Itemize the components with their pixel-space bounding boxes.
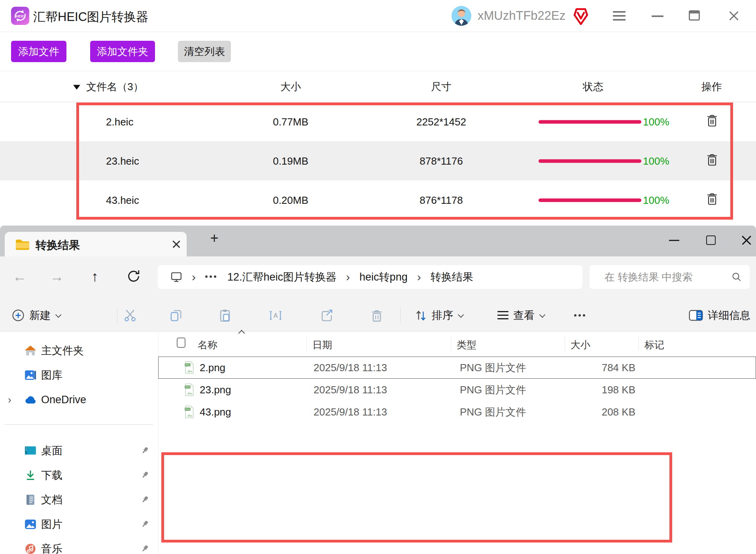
address-bar[interactable]: › 12.汇帮heic图片转换器 › heic转png › 转换结果	[158, 265, 582, 289]
file-date: 2025/9/18 11:13	[314, 362, 387, 374]
explorer-maximize-button[interactable]	[706, 235, 716, 245]
file-name: 2.png	[200, 362, 225, 374]
explorer-minimize-button[interactable]	[669, 240, 679, 241]
expand-chevron-icon[interactable]: ›	[8, 394, 11, 406]
pin-icon[interactable]	[140, 446, 149, 455]
gallery-icon	[25, 369, 36, 381]
sort-button[interactable]: 排序	[414, 299, 462, 332]
add-file-button[interactable]: 添加文件	[11, 41, 66, 62]
file-size: 208 KB	[568, 406, 635, 418]
download-icon	[25, 469, 36, 481]
sidebar-item-documents[interactable]: 文档	[0, 489, 157, 511]
explorer-close-button[interactable]	[741, 235, 752, 246]
search-input[interactable]	[605, 265, 723, 289]
rename-icon[interactable]: A	[269, 309, 282, 322]
forward-button[interactable]: →	[47, 266, 66, 287]
user-avatar[interactable]	[452, 6, 471, 26]
explorer-content: 主文件夹 图库 › OneDrive	[0, 332, 756, 554]
svg-text:PNG: PNG	[185, 364, 190, 366]
share-icon[interactable]	[320, 309, 334, 322]
column-size[interactable]: 大小	[571, 338, 590, 351]
pictures-icon	[25, 518, 36, 530]
delete-file-button[interactable]	[700, 192, 724, 208]
sidebar-item-desktop[interactable]: 桌面	[0, 440, 157, 462]
refresh-icon	[127, 269, 140, 283]
file-date: 2025/9/18 11:13	[314, 406, 387, 418]
file-dimensions: 878*1176	[382, 155, 501, 167]
vip-badge-icon[interactable]	[573, 7, 589, 25]
add-folder-button[interactable]: 添加文件夹	[90, 41, 155, 62]
menu-button[interactable]	[613, 11, 626, 21]
this-pc-icon[interactable]	[170, 271, 182, 283]
new-tab-button[interactable]: +	[207, 231, 221, 245]
file-name: 23.heic	[106, 155, 139, 167]
breadcrumb-ellipsis-icon[interactable]	[205, 275, 219, 279]
table-row[interactable]: 23.heic 0.19MB 878*1176 100%	[0, 141, 756, 180]
column-size: 大小	[231, 80, 350, 93]
file-type: PNG 图片文件	[460, 361, 526, 375]
converter-titlebar: HEIC 汇帮HEIC图片转换器 xMUzhTFb22Ez	[0, 0, 756, 32]
copy-icon[interactable]	[169, 309, 183, 322]
table-row[interactable]: 2.heic 0.77MB 2252*1452 100%	[0, 102, 756, 141]
column-tags[interactable]: 标记	[644, 338, 664, 351]
sidebar-item-downloads[interactable]: 下载	[0, 464, 157, 486]
delete-file-button[interactable]	[700, 114, 724, 130]
refresh-button[interactable]	[124, 268, 143, 289]
desktop-icon	[25, 445, 36, 457]
details-pane-icon	[689, 309, 703, 321]
file-name: 23.png	[200, 384, 231, 396]
pin-icon[interactable]	[140, 471, 149, 480]
chevron-down-icon	[55, 311, 62, 318]
column-filename[interactable]: 文件名（3）	[73, 80, 144, 93]
progress-bar	[539, 120, 641, 123]
search-icon	[731, 272, 742, 282]
png-file-icon: PNG	[184, 383, 195, 396]
file-size: 0.20MB	[231, 194, 350, 206]
converter-close-button[interactable]	[728, 10, 739, 21]
pin-icon[interactable]	[140, 544, 149, 554]
new-button[interactable]: 新建	[12, 299, 60, 332]
pin-icon[interactable]	[140, 495, 149, 505]
table-row[interactable]: 43.heic 0.20MB 876*1178 100%	[0, 180, 756, 220]
sidebar-item-home[interactable]: 主文件夹	[0, 340, 157, 362]
app-logo-icon: HEIC	[11, 7, 29, 25]
file-row[interactable]: PNG 23.png 2025/9/18 11:13 PNG 图片文件 198 …	[158, 379, 756, 401]
paste-icon[interactable]	[218, 309, 232, 322]
delete-file-button[interactable]	[700, 153, 724, 169]
clear-list-button[interactable]: 清空列表	[178, 41, 231, 62]
column-name[interactable]: 名称	[198, 338, 217, 351]
breadcrumb-folder[interactable]: 12.汇帮heic图片转换器	[227, 270, 336, 284]
file-size: 784 KB	[568, 362, 635, 374]
explorer-tab[interactable]: 转换结果	[5, 232, 187, 256]
column-type[interactable]: 类型	[457, 338, 476, 351]
file-size: 0.77MB	[231, 116, 350, 128]
up-button[interactable]: ↑	[85, 266, 104, 287]
explorer-tabstrip: 转换结果 +	[0, 226, 756, 256]
sidebar-item-onedrive[interactable]: › OneDrive	[0, 389, 157, 411]
delete-icon[interactable]	[370, 309, 384, 322]
file-name: 2.heic	[106, 116, 133, 128]
sidebar-item-gallery[interactable]: 图库	[0, 364, 157, 386]
file-size: 198 KB	[568, 384, 635, 396]
tab-close-icon[interactable]	[171, 239, 182, 250]
cut-icon[interactable]	[123, 309, 137, 322]
trash-icon	[706, 192, 718, 205]
converter-minimize-button[interactable]	[652, 15, 663, 17]
view-button[interactable]: 查看	[497, 299, 544, 332]
more-commands-icon[interactable]	[574, 314, 588, 317]
file-row[interactable]: PNG 43.png 2025/9/18 11:13 PNG 图片文件 208 …	[158, 401, 756, 423]
breadcrumb-folder[interactable]: heic转png	[359, 270, 408, 284]
back-button[interactable]: ←	[10, 266, 29, 287]
progress-percent: 100%	[643, 194, 669, 206]
file-row-selected[interactable]: PNG 2.png 2025/9/18 11:13 PNG 图片文件 784 K…	[158, 357, 756, 379]
converter-maximize-button[interactable]	[689, 10, 700, 21]
select-all-checkbox[interactable]	[177, 338, 185, 348]
pin-icon[interactable]	[140, 520, 149, 529]
chevron-down-icon	[458, 311, 464, 318]
sidebar-item-music[interactable]: 音乐	[0, 538, 157, 554]
sidebar-item-pictures[interactable]: 图片	[0, 513, 157, 535]
column-date[interactable]: 日期	[312, 338, 332, 351]
details-pane-button[interactable]: 详细信息	[689, 299, 750, 332]
breadcrumb-current-folder[interactable]: 转换结果	[431, 270, 473, 284]
progress-bar	[539, 198, 641, 202]
